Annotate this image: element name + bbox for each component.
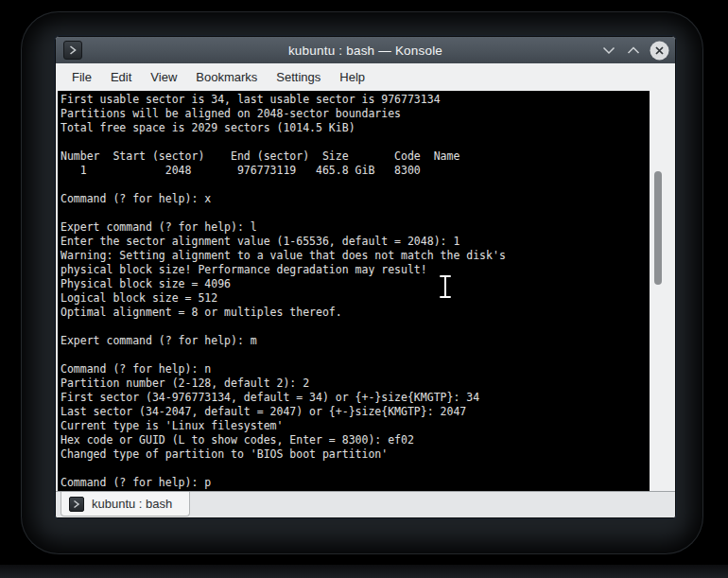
terminal-line: Partitions will be aligned on 2048-secto… <box>61 107 650 121</box>
terminal-line: Enter the sector alignment value (1-6553… <box>61 235 650 249</box>
chevron-up-icon <box>627 46 640 55</box>
terminal-line: Command (? for help): n <box>61 362 650 377</box>
terminal-line <box>61 206 650 220</box>
terminal-icon <box>69 497 84 512</box>
menubar: File Edit View Bookmarks Settings Help <box>56 63 675 91</box>
menu-view[interactable]: View <box>141 65 186 89</box>
terminal-line: Physical block size = 4096 <box>61 277 650 291</box>
konsole-window: kubuntu : bash — Konsole File Ed <box>55 36 676 518</box>
menu-file[interactable]: File <box>62 65 101 89</box>
chevron-down-icon <box>602 46 615 55</box>
terminal-line: Command (? for help): x <box>61 192 650 206</box>
terminal-line: Command (? for help): p <box>61 476 650 490</box>
scrollbar-track[interactable] <box>650 91 674 491</box>
terminal-line: First usable sector is 34, last usable s… <box>61 93 650 107</box>
terminal-line: Expert command (? for help): l <box>61 220 650 235</box>
terminal-line <box>61 462 650 476</box>
terminal-line <box>61 348 650 362</box>
menu-bookmarks[interactable]: Bookmarks <box>186 65 267 89</box>
tabbar: kubuntu : bash <box>56 491 675 517</box>
terminal-line <box>61 320 650 334</box>
terminal-line: physical block size! Performance degrada… <box>61 263 650 277</box>
titlebar[interactable]: kubuntu : bash — Konsole <box>56 37 675 63</box>
window-title: kubuntu : bash — Konsole <box>56 44 675 58</box>
konsole-icon <box>63 41 82 60</box>
terminal-line: First sector (34-976773134, default = 34… <box>61 391 650 405</box>
terminal-line: Last sector (34-2047, default = 2047) or… <box>61 405 650 419</box>
terminal-line: Hex code or GUID (L to show codes, Enter… <box>61 433 650 447</box>
terminal-line: 1 2048 976773119 465.8 GiB 8300 <box>61 164 650 178</box>
minimize-button[interactable] <box>600 42 617 59</box>
terminal-line: Partition number (2-128, default 2): 2 <box>61 377 650 391</box>
terminal-line: Current type is 'Linux filesystem' <box>61 419 650 433</box>
terminal-output[interactable]: First usable sector is 34, last usable s… <box>58 91 650 491</box>
close-button[interactable] <box>650 41 669 61</box>
terminal-line <box>61 178 650 192</box>
maximize-button[interactable] <box>625 42 642 59</box>
terminal-line: Warning: Setting alignment to a value th… <box>61 249 650 263</box>
desktop-bottom-strip <box>0 565 728 578</box>
menu-help[interactable]: Help <box>330 65 374 89</box>
terminal-line: Total free space is 2029 sectors (1014.5… <box>61 121 650 135</box>
tab-label: kubuntu : bash <box>92 497 172 511</box>
tab-kubuntu-bash[interactable]: kubuntu : bash <box>61 492 190 517</box>
scrollbar-thumb[interactable] <box>654 171 662 285</box>
terminal-line: Changed type of partition to 'BIOS boot … <box>61 447 650 462</box>
terminal-line: Number Start (sector) End (sector) Size … <box>61 149 650 164</box>
menu-edit[interactable]: Edit <box>101 65 141 89</box>
terminal-line: Optimal alignment = 8 or multiples there… <box>61 306 650 320</box>
terminal-line: Logical block size = 512 <box>61 291 650 306</box>
menu-settings[interactable]: Settings <box>267 65 330 89</box>
terminal-line <box>61 135 650 149</box>
terminal-line: Expert command (? for help): m <box>61 334 650 348</box>
close-icon <box>650 41 669 61</box>
